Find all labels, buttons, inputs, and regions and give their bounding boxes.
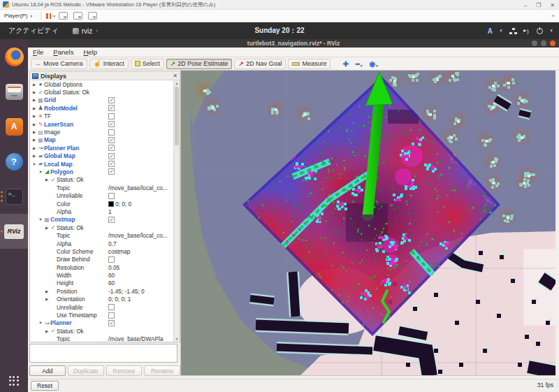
checkbox-checked[interactable]: ✓ [108,320,115,326]
tree-row[interactable]: ▶✳TF [30,112,180,120]
maximize-button[interactable] [541,41,546,46]
checkbox-checked[interactable]: ✓ [108,97,115,103]
tree-row[interactable]: Topic/move_base/DWAPla [30,335,180,343]
close-button[interactable] [550,41,556,46]
tool-interact[interactable]: ☝Interact [89,59,129,69]
value-text[interactable]: 60 [108,280,115,286]
tree-row[interactable]: ▼▰Local Map✓ [30,160,180,168]
tool-move-camera[interactable]: ↔Move Camera [31,59,87,69]
checkbox-unchecked[interactable] [108,304,115,310]
checkbox-unchecked[interactable] [108,193,115,199]
tool-options-button[interactable]: ◉▾ [369,60,377,68]
chevron-right-icon[interactable]: ▶ [31,146,37,150]
tree-row[interactable]: Height60 [30,280,180,287]
chevron-right-icon[interactable]: ▶ [31,138,37,142]
checkbox-checked[interactable]: ✓ [108,153,115,159]
tree-row[interactable]: ▶✓Status: Ok [30,176,180,184]
value-text[interactable]: 60 [108,272,115,279]
tool-measure[interactable]: Measure [288,59,331,69]
suspend-button[interactable] [46,13,51,19]
tree-scrollbar[interactable]: ▲ ▼ [173,80,180,342]
chevron-right-icon[interactable]: ▶ [31,114,37,118]
unity-button[interactable] [88,12,97,20]
dock-item-terminal[interactable]: >_ [0,179,28,214]
app-menu[interactable]: rviz ▼ [67,27,105,35]
scroll-up-icon[interactable]: ▲ [174,81,180,85]
tool-2d-nav-goal[interactable]: ↗2D Nav Goal [234,59,286,69]
add-tool-button[interactable]: ✚ [342,60,348,68]
tree-row[interactable]: ▶▦Map✓ [30,136,180,144]
checkbox-checked[interactable]: ✓ [108,145,115,151]
tree-row[interactable]: Topic/move_base/local_co... [30,184,180,191]
checkbox-checked[interactable]: ✓ [108,105,115,111]
dock-item-firefox[interactable] [0,39,28,74]
tree-row[interactable]: ▶↝Planner Plan✓ [30,144,180,152]
value-text[interactable]: 1 [108,208,112,215]
chevron-right-icon[interactable]: ▶ [31,106,37,110]
value-text[interactable]: /move_base/local_co... [108,184,168,191]
fullscreen-button[interactable] [73,12,82,20]
chevron-right-icon[interactable]: ▶ [31,82,37,87]
tree-row[interactable]: Resolution0.05 [30,263,180,271]
dock-item-software[interactable]: A [0,109,28,144]
show-applications-button[interactable] [0,372,28,389]
menu-help[interactable]: Help [78,48,102,56]
value-text[interactable]: 0; 0; 0; 1 [108,296,131,303]
chevron-right-icon[interactable]: ▶ [44,177,50,182]
scrollbar-thumb[interactable] [175,87,179,145]
checkbox-checked[interactable]: ✓ [108,121,115,127]
tree-row[interactable]: ▶✓Global Status: Ok [30,88,180,96]
value-text[interactable]: -1.45; -1.45; 0 [108,288,145,295]
tree-row[interactable]: ▶∿LaserScan✓ [30,120,180,128]
value-text[interactable]: /move_base/local_co... [108,232,168,239]
tree-row[interactable]: ▶✓Status: Ok [30,224,180,231]
player-menu[interactable]: Player(P) ▼ [0,13,37,19]
tree-row[interactable]: Alpha0.7 [30,240,180,247]
render-viewport[interactable] [180,70,556,376]
tree-row[interactable]: ▶▤Image [30,128,180,136]
tree-row[interactable]: ▶▦Grid✓ [30,96,180,104]
chevron-right-icon[interactable]: ▶ [31,90,37,94]
ctrl-alt-del-button[interactable] [59,12,68,20]
close-panel-icon[interactable]: ✕ [173,73,177,79]
minimize-button[interactable] [532,41,537,46]
collapse-toolbar-button[interactable]: « [552,13,555,19]
checkbox-unchecked[interactable] [108,113,115,119]
tree-row[interactable]: ▶Orientation0; 0; 0; 1 [30,296,180,303]
chevron-down-icon[interactable]: ▼ [38,321,43,325]
chevron-right-icon[interactable]: ▶ [31,130,37,134]
reset-button[interactable]: Reset [31,381,59,391]
activities-button[interactable]: アクティビティ [0,26,67,36]
chevron-down-icon[interactable]: ▼ [31,162,37,166]
tree-row[interactable]: Color0; 0; 0 [30,200,180,208]
tree-row[interactable]: ▼↝Planner✓ [30,319,180,327]
tree-row[interactable]: ▶♟RobotModel✓ [30,104,180,112]
tree-row[interactable]: ▶●Global Options [30,80,180,88]
checkbox-unchecked[interactable] [108,129,115,136]
checkbox-checked[interactable]: ✓ [108,217,115,223]
displays-panel-header[interactable]: Displays ✕ [29,71,180,80]
chevron-right-icon[interactable]: ▶ [44,297,50,301]
value-text[interactable]: 0.05 [108,264,119,271]
tree-row[interactable]: Use Timestamp [30,311,180,319]
tree-row[interactable]: Alpha1 [30,208,180,215]
value-text[interactable]: /move_base/DWAPla [108,335,164,342]
dock-item-files[interactable] [0,74,28,109]
tree-row[interactable]: Draw Behind [30,256,180,263]
chevron-right-icon[interactable]: ▶ [44,226,50,230]
tree-row[interactable]: ▶✓Status: Ok [30,327,180,335]
minimize-button[interactable]: – [524,2,527,8]
checkbox-checked[interactable]: ✓ [108,137,115,143]
rviz-titlebar[interactable]: turtlebot3_navigation.rviz* - RViz [28,39,559,48]
checkbox-checked[interactable]: ✓ [108,168,115,175]
checkbox-unchecked[interactable] [108,256,115,263]
add-button[interactable]: Add [29,365,66,376]
tree-row[interactable]: ▶▰Global Map✓ [30,152,180,160]
dock-item-rviz[interactable]: RViz [0,214,28,249]
displays-tree[interactable]: ▶●Global Options▶✓Global Status: Ok▶▦Gri… [29,80,180,342]
maximize-button[interactable]: ❐ [536,2,541,8]
chevron-right-icon[interactable]: ▶ [31,154,37,158]
tree-row[interactable]: Unreliable [30,303,180,311]
scroll-down-icon[interactable]: ▼ [174,337,180,341]
value-text[interactable]: costmap [108,248,130,255]
